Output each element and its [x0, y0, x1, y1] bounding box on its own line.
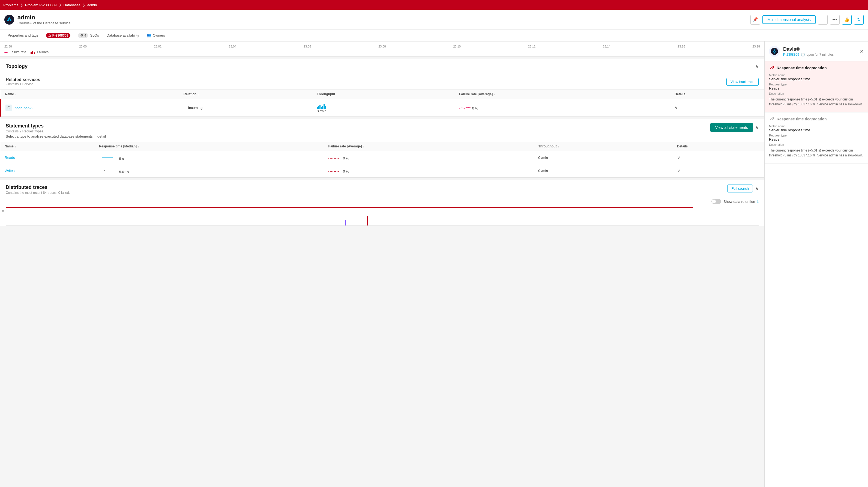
- distributed-traces-collapse[interactable]: ∧: [755, 185, 758, 192]
- statement-types-collapse[interactable]: ∧: [755, 124, 758, 131]
- table-row: Writes 5.01 s: [0, 164, 764, 177]
- table-row: ⬡ node-bank2 → Incoming: [1, 99, 764, 117]
- davis-item-2-header: Response time degradation: [769, 116, 864, 122]
- davis-problem-link[interactable]: P-2308309: [783, 53, 799, 57]
- chart-area: 22:58 23:00 23:02 23:04 23:06 23:08 23:1…: [0, 41, 764, 57]
- pin-button[interactable]: 📌: [750, 15, 760, 25]
- failure-rate-value: 0 %: [472, 106, 478, 110]
- row-relation-cell: → Incoming: [179, 99, 312, 117]
- distributed-traces-header: Distributed traces Contains the most rec…: [0, 180, 764, 199]
- trace-chart: 8: [6, 209, 758, 226]
- davis-item-2-title: Response time degradation: [777, 117, 827, 121]
- breadcrumb-problem-id[interactable]: Problem P-2308309: [25, 3, 64, 7]
- tab-db-availability[interactable]: Database availability: [103, 31, 143, 39]
- reads-chevron[interactable]: ∨: [677, 155, 680, 160]
- chart-time-axis: 22:58 23:00 23:02 23:04 23:06 23:08 23:1…: [4, 44, 760, 49]
- main-layout: 22:58 23:00 23:02 23:04 23:06 23:08 23:1…: [0, 41, 868, 487]
- full-search-button[interactable]: Full search: [727, 184, 753, 193]
- page-subtitle: Overview of the Database service: [18, 21, 70, 25]
- topology-section: Topology ∧ Related services Contains 1 S…: [0, 59, 764, 117]
- metric-name-value-1: Server side response time: [769, 77, 864, 81]
- st-col-failure: Failure rate [Average]↕: [324, 142, 534, 151]
- refresh-button[interactable]: ↻: [854, 15, 864, 25]
- time-2: 23:02: [154, 45, 161, 48]
- statement-types-section: Statement types Contains 2 Request types…: [0, 119, 764, 178]
- view-all-statements-button[interactable]: View all statements: [710, 123, 753, 132]
- davis-ai-icon: [771, 48, 778, 55]
- tab-owners[interactable]: 👥 Owners: [144, 31, 168, 39]
- st-col-details: Details: [673, 142, 764, 151]
- davis-field-request-type-1: Request type Reads: [769, 83, 864, 90]
- time-4: 23:06: [304, 45, 311, 48]
- throughput-mini-chart: [317, 103, 451, 109]
- reads-link[interactable]: Reads: [5, 155, 15, 160]
- trend-gray-icon-2: [769, 116, 774, 122]
- distributed-traces-info: Distributed traces Contains the most rec…: [6, 184, 70, 195]
- reads-failure-cell: 0 %: [324, 151, 534, 164]
- time-9: 23:16: [678, 45, 685, 48]
- legend-failures: Failures: [31, 50, 49, 54]
- show-data-retention-toggle[interactable]: [711, 199, 721, 204]
- distributed-traces-actions: Full search ∧: [727, 184, 758, 193]
- davis-meta: P-2308309 🕐 open for 7 minutes: [783, 53, 834, 57]
- tab-db-label: Database availability: [107, 33, 139, 37]
- related-services-header: Related services Contains 1 Service. Vie…: [0, 74, 764, 89]
- davis-item-2: Response time degradation Metric name Se…: [765, 112, 868, 164]
- reads-response-cell: 5 s: [95, 151, 324, 164]
- topology-collapse-button[interactable]: ∧: [755, 63, 758, 69]
- time-1: 23:00: [79, 45, 87, 48]
- col-throughput: Throughput↕: [312, 89, 455, 99]
- statement-types-table: Name↕ Response time [Median]↕ Failure ra…: [0, 142, 764, 177]
- desc-value-1: The current response time (~5.01 s) exce…: [769, 97, 864, 107]
- writes-name-cell: Writes: [0, 164, 95, 177]
- davis-panel: Davis® P-2308309 🕐 open for 7 minutes ✕ …: [764, 41, 868, 487]
- svg-point-3: [104, 170, 105, 171]
- multidim-button[interactable]: Multidimensional analysis: [763, 15, 816, 24]
- edit-button[interactable]: —: [818, 15, 828, 25]
- davis-field-desc-1: Description The current response time (~…: [769, 92, 864, 107]
- row-details-cell: ∨: [670, 99, 764, 117]
- st-col-throughput: Throughput↕: [534, 142, 673, 151]
- writes-throughput-cell: 0 /min: [534, 164, 673, 177]
- node-bank2-link[interactable]: node-bank2: [15, 106, 34, 110]
- col-relation: Relation↕: [179, 89, 312, 99]
- breadcrumb-problems[interactable]: Problems: [3, 3, 25, 7]
- request-type-label-1: Request type: [769, 83, 864, 86]
- statement-types-actions: View all statements ∧: [710, 123, 758, 132]
- writes-link[interactable]: Writes: [5, 169, 15, 173]
- reads-details-cell: ∨: [673, 151, 764, 164]
- col-details: Details: [670, 89, 764, 99]
- more-button[interactable]: •••: [830, 15, 840, 25]
- davis-item-1: Response time degradation Metric name Se…: [765, 61, 868, 112]
- writes-response-value: 5.01 s: [119, 170, 129, 174]
- tab-problem[interactable]: ⚠ P-2308309: [43, 31, 74, 40]
- writes-chevron[interactable]: ∨: [677, 168, 680, 173]
- topology-title-group: Topology: [6, 64, 28, 69]
- details-chevron[interactable]: ∨: [675, 105, 678, 110]
- tab-properties[interactable]: Properties and tags: [4, 31, 42, 39]
- breadcrumb-admin[interactable]: admin: [87, 3, 97, 7]
- view-backtrace-button[interactable]: View backtrace: [726, 78, 758, 86]
- thumbsup-button[interactable]: 👍: [842, 15, 851, 25]
- show-data-retention-label: Show data retention: [723, 200, 755, 204]
- trend-up-icon-1: [769, 65, 774, 71]
- clock-icon: 🕐: [801, 53, 805, 57]
- topology-title: Topology: [6, 64, 28, 69]
- time-0: 22:58: [4, 45, 12, 48]
- time-10: 23:18: [752, 45, 760, 48]
- related-services-title: Related services: [6, 77, 40, 82]
- retention-bar: [6, 207, 693, 208]
- breadcrumb-databases[interactable]: Databases: [64, 3, 87, 7]
- reads-failure-chart: [329, 155, 342, 160]
- col-failure-rate: Failure rate [Average]↕: [455, 89, 670, 99]
- tab-slos[interactable]: ⚙ 4 SLOs: [75, 31, 102, 40]
- davis-field-metric-name-1: Metric name Server side response time: [769, 74, 864, 81]
- header-title-group: admin Overview of the Database service: [18, 14, 70, 25]
- davis-close-button[interactable]: ✕: [860, 48, 864, 54]
- dynatrace-logo: [4, 15, 14, 25]
- warning-icon: ⚠: [48, 34, 51, 37]
- writes-details-cell: ∨: [673, 164, 764, 177]
- statement-types-info: Statement types Contains 2 Request types…: [6, 123, 106, 142]
- related-services-info: Related services Contains 1 Service.: [6, 77, 40, 86]
- metric-name-label-1: Metric name: [769, 74, 864, 77]
